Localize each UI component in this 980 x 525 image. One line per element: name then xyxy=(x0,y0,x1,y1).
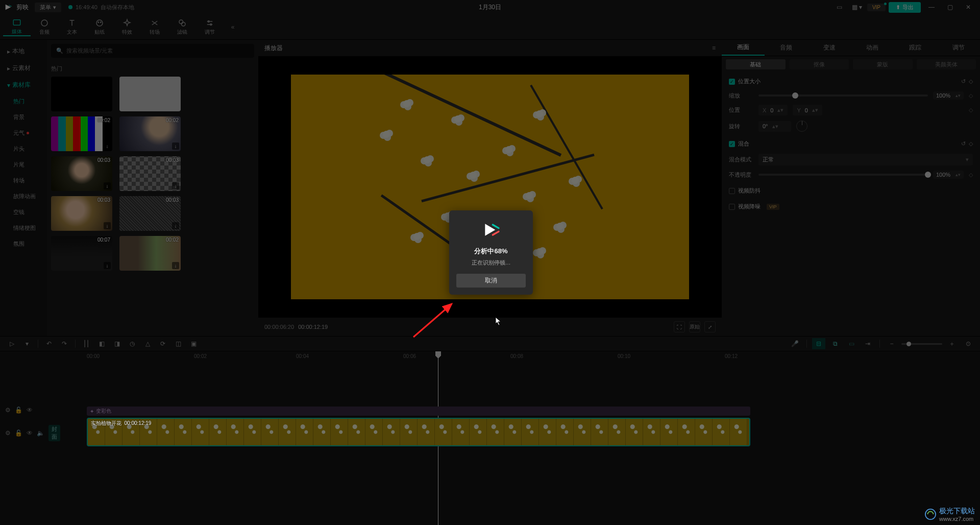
progress-modal: 分析中68% 正在识别停顿… 取消 xyxy=(449,210,533,295)
watermark: 极光下载站 www.xz7.com xyxy=(925,507,975,522)
clip-dur-label: 00:00:12:19 xyxy=(125,420,152,426)
watermark-url: www.xz7.com xyxy=(939,516,975,522)
mouse-cursor-icon xyxy=(495,317,502,327)
clip-name-label: 实拍植物开花 xyxy=(91,420,121,426)
cancel-button[interactable]: 取消 xyxy=(456,274,526,288)
app-logo-icon xyxy=(481,220,501,240)
watermark-name: 极光下载站 xyxy=(939,507,975,516)
modal-subtitle: 正在识别停顿… xyxy=(456,259,526,267)
modal-title: 分析中68% xyxy=(456,247,526,256)
svg-point-10 xyxy=(925,509,936,519)
